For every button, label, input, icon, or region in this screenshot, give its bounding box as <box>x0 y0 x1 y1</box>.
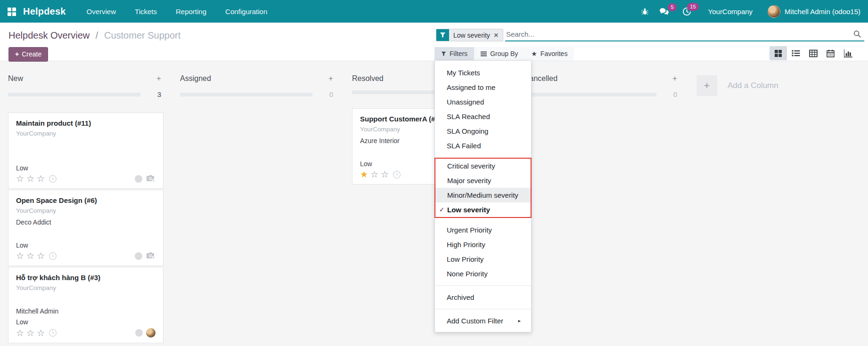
star-rating[interactable]: ★ ☆ ☆ <box>360 170 389 179</box>
star-icon[interactable]: ☆ <box>16 174 24 183</box>
menu-item-label: Low severity <box>447 206 490 214</box>
star-icon[interactable]: ☆ <box>26 329 34 338</box>
menu-item-none-priority[interactable]: None Priority <box>435 266 531 281</box>
filters-button[interactable]: Filters <box>434 47 474 61</box>
menu-item-major-severity[interactable]: Major severity <box>435 173 531 188</box>
submenu-arrow-icon: ▸ <box>518 317 521 325</box>
menu-item-add-custom-filter[interactable]: Add Custom Filter ▸ <box>435 314 531 328</box>
star-rating[interactable]: ☆ ☆ ☆ <box>16 174 45 183</box>
activity-clock-icon[interactable] <box>49 252 57 260</box>
debug-bug-icon[interactable] <box>641 8 649 16</box>
star-icon[interactable]: ☆ <box>26 174 34 183</box>
star-icon[interactable]: ☆ <box>37 251 45 260</box>
nav-item-reporting[interactable]: Reporting <box>176 8 206 16</box>
add-cover-camera-icon[interactable] <box>146 175 156 183</box>
breadcrumb-parent[interactable]: Helpdesk Overview <box>8 30 90 40</box>
star-icon[interactable]: ☆ <box>16 251 24 260</box>
column-count: 0 <box>325 90 333 98</box>
star-icon[interactable]: ☆ <box>381 170 389 179</box>
star-icon[interactable]: ☆ <box>26 251 34 260</box>
facet-remove-icon[interactable]: ✕ <box>494 32 499 39</box>
add-column: + Add a Column <box>696 75 778 96</box>
kanban-view-button[interactable] <box>770 46 787 60</box>
star-icon[interactable]: ☆ <box>16 329 24 338</box>
search-facet[interactable]: Low severity ✕ <box>436 29 503 41</box>
pivot-view-icon <box>809 49 818 57</box>
search-options: Filters Group By ★ Favorites <box>434 47 574 61</box>
kanban-board: New + 3 Maintain product (#11) YourCompa… <box>0 61 868 346</box>
status-circle-icon[interactable] <box>135 329 143 337</box>
activity-clock-icon[interactable] <box>393 170 401 179</box>
checkmark-icon: ✓ <box>439 206 444 214</box>
menu-item-my-tickets[interactable]: My Tickets <box>435 65 531 80</box>
column-progress-bar <box>524 93 656 97</box>
column-progress-bar <box>180 93 312 97</box>
assignee-avatar[interactable] <box>146 328 156 338</box>
star-icon[interactable]: ☆ <box>37 174 45 183</box>
status-circle-icon[interactable] <box>135 175 142 183</box>
kanban-card[interactable]: Hỗ trợ khách hàng B (#3) YourCompany Mit… <box>8 267 164 343</box>
quick-add-ticket-icon[interactable]: + <box>328 74 333 83</box>
menu-item-urgent-priority[interactable]: Urgent Priority <box>435 223 531 237</box>
star-rating[interactable]: ☆ ☆ ☆ <box>16 251 45 260</box>
menu-item-minor-medium-severity[interactable]: Minor/Medium severity <box>435 188 531 202</box>
column-title: Resolved <box>352 74 384 83</box>
company-switcher[interactable]: YourCompany <box>708 8 753 16</box>
graph-view-button[interactable] <box>839 46 857 60</box>
menu-item-unassigned[interactable]: Unassigned <box>435 95 531 109</box>
apps-menu-icon[interactable] <box>8 8 16 16</box>
card-partner: Deco Addict <box>16 218 156 226</box>
search-icon[interactable] <box>851 30 864 38</box>
menu-item-low-priority[interactable]: Low Priority <box>435 252 531 266</box>
search-bar: Low severity ✕ <box>436 27 864 41</box>
user-avatar <box>768 5 780 18</box>
kanban-card[interactable]: Open Space Design (#6) YourCompany Deco … <box>8 190 164 266</box>
nav-item-overview[interactable]: Overview <box>87 8 116 16</box>
pivot-view-button[interactable] <box>804 46 822 60</box>
star-rating[interactable]: ☆ ☆ ☆ <box>16 329 45 338</box>
menu-item-sla-ongoing[interactable]: SLA Ongoing <box>435 124 531 138</box>
search-input[interactable] <box>505 30 851 38</box>
star-icon[interactable]: ★ <box>360 170 368 179</box>
menu-item-high-priority[interactable]: High Priority <box>435 237 531 252</box>
app-menu: Overview Tickets Reporting Configuration <box>87 8 268 16</box>
favorites-button[interactable]: ★ Favorites <box>524 47 574 61</box>
nav-item-tickets[interactable]: Tickets <box>135 8 157 16</box>
graph-view-icon <box>844 49 852 57</box>
star-icon[interactable]: ☆ <box>37 329 45 338</box>
messages-button[interactable]: 5 <box>659 8 669 16</box>
kanban-view-icon <box>774 49 782 57</box>
quick-add-ticket-icon[interactable]: + <box>156 74 161 83</box>
group-by-button[interactable]: Group By <box>474 47 524 61</box>
list-view-button[interactable] <box>787 46 804 60</box>
kanban-card[interactable]: Maintain product (#11) YourCompany Low ☆… <box>8 113 164 189</box>
app-name[interactable]: Helpdesk <box>23 6 66 17</box>
menu-item-sla-reached[interactable]: SLA Reached <box>435 109 531 124</box>
calendar-view-button[interactable] <box>822 46 839 60</box>
quick-add-ticket-icon[interactable]: + <box>672 74 677 83</box>
menu-divider <box>435 285 531 286</box>
add-column-button[interactable]: + <box>696 75 717 96</box>
activity-clock-icon[interactable] <box>49 175 57 183</box>
card-title: Hỗ trợ khách hàng B (#3) <box>16 274 156 282</box>
menu-item-assigned-to-me[interactable]: Assigned to me <box>435 80 531 95</box>
menu-item-sla-failed[interactable]: SLA Failed <box>435 138 531 153</box>
activity-clock-icon[interactable] <box>49 329 57 337</box>
top-navbar: Helpdesk Overview Tickets Reporting Conf… <box>0 0 868 23</box>
star-icon[interactable]: ☆ <box>370 170 378 179</box>
status-circle-icon[interactable] <box>135 252 142 260</box>
create-button[interactable]: + Create <box>8 47 48 62</box>
add-cover-camera-icon[interactable] <box>146 252 156 260</box>
column-count: 3 <box>153 90 161 98</box>
card-assignee: Mitchell Admin <box>16 307 156 315</box>
menu-item-low-severity[interactable]: ✓ Low severity <box>435 202 531 217</box>
column-count: 0 <box>669 90 677 98</box>
nav-item-configuration[interactable]: Configuration <box>225 8 267 16</box>
filter-facet-icon <box>436 29 449 41</box>
user-menu[interactable]: Mitchell Admin (odoo15) <box>768 5 860 18</box>
kanban-column-cancelled: Cancelled + 0 <box>524 61 680 98</box>
menu-item-archived[interactable]: Archived <box>435 290 531 305</box>
menu-item-critical-severity[interactable]: Critical severity <box>435 159 531 173</box>
card-tag: Low <box>16 164 156 172</box>
activities-button[interactable]: 15 <box>682 7 691 16</box>
